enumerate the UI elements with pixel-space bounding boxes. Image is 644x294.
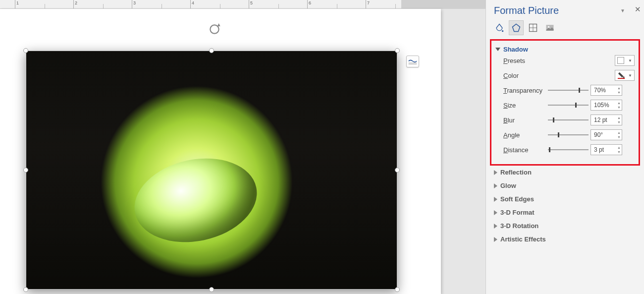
- size-row: Size 105%▲▼: [495, 98, 635, 113]
- angle-slider[interactable]: [548, 131, 589, 139]
- glow-header[interactable]: Glow: [486, 179, 644, 192]
- ruler-mark: 6: [309, 0, 311, 5]
- ruler-mark: 7: [367, 0, 370, 5]
- picture-content: [26, 51, 397, 290]
- color-picker[interactable]: ▼: [615, 70, 635, 81]
- svg-point-9: [548, 26, 549, 28]
- resize-handle[interactable]: [23, 168, 28, 173]
- resize-handle[interactable]: [209, 48, 214, 53]
- soft-edges-header[interactable]: Soft Edges: [486, 192, 644, 206]
- distance-row: Distance 3 pt▲▼: [495, 142, 635, 157]
- blur-row: Blur 12 pt▲▼: [495, 113, 635, 127]
- tab-fill-line[interactable]: [492, 20, 507, 35]
- chevron-right-icon: [494, 170, 497, 175]
- chevron-right-icon: [494, 197, 497, 202]
- resize-handle[interactable]: [395, 287, 400, 292]
- chevron-right-icon: [494, 224, 497, 229]
- angle-row: Angle 90°▲▼: [495, 127, 635, 142]
- chevron-down-icon: [495, 48, 500, 51]
- rotate-handle-icon[interactable]: [208, 23, 221, 38]
- layout-options-button[interactable]: [406, 56, 419, 67]
- color-label: Color: [503, 72, 548, 79]
- svg-point-3: [502, 30, 503, 32]
- resize-handle[interactable]: [23, 48, 28, 53]
- ruler-mark: 3: [133, 0, 136, 5]
- blur-slider[interactable]: [548, 116, 589, 124]
- size-input[interactable]: 105%▲▼: [590, 100, 622, 111]
- close-icon[interactable]: ✕: [635, 5, 641, 14]
- transparency-slider[interactable]: [548, 86, 589, 94]
- tab-picture[interactable]: [542, 20, 557, 35]
- resize-handle[interactable]: [23, 287, 28, 292]
- three-d-rotation-header[interactable]: 3-D Rotation: [486, 219, 644, 233]
- three-d-format-header[interactable]: 3-D Format: [486, 206, 644, 219]
- chevron-right-icon: [494, 210, 497, 215]
- transparency-input[interactable]: 70%▲▼: [590, 85, 622, 96]
- pane-tabs: [486, 19, 644, 39]
- reflection-header[interactable]: Reflection: [486, 166, 644, 179]
- distance-input[interactable]: 3 pt▲▼: [590, 144, 622, 155]
- presets-label: Presets: [503, 57, 548, 64]
- distance-slider[interactable]: [548, 146, 589, 154]
- angle-input[interactable]: 90°▲▼: [590, 129, 622, 140]
- resize-handle[interactable]: [209, 287, 214, 292]
- document-canvas[interactable]: 1 2 3 4 5 6 7: [0, 0, 485, 294]
- shadow-header[interactable]: Shadow: [495, 46, 635, 53]
- presets-picker[interactable]: ▼: [615, 55, 635, 66]
- ruler-mark: 1: [16, 0, 19, 5]
- svg-marker-4: [513, 24, 520, 32]
- tab-layout-size[interactable]: [526, 20, 540, 35]
- transparency-row: Transparency 70%▲▼: [495, 83, 635, 98]
- resize-handle[interactable]: [395, 168, 400, 173]
- page[interactable]: [0, 9, 441, 294]
- shadow-section: Shadow Presets ▼ Color ▼ Transparency 70…: [490, 39, 640, 166]
- svg-rect-10: [618, 78, 625, 79]
- chevron-right-icon: [494, 237, 497, 242]
- ruler-mark: 4: [192, 0, 194, 5]
- format-picture-pane: Format Picture ▼ ✕ Shadow Presets ▼ Colo…: [485, 0, 644, 294]
- pane-menu-icon[interactable]: ▼: [620, 8, 625, 13]
- horizontal-ruler[interactable]: 1 2 3 4 5 6 7: [0, 0, 485, 9]
- resize-handle[interactable]: [395, 48, 400, 53]
- artistic-effects-header[interactable]: Artistic Effects: [486, 233, 644, 246]
- size-slider[interactable]: [548, 101, 589, 109]
- selected-picture[interactable]: [21, 46, 402, 294]
- chevron-right-icon: [494, 183, 497, 188]
- ruler-mark: 5: [250, 0, 253, 5]
- ruler-mark: 2: [75, 0, 77, 5]
- blur-input[interactable]: 12 pt▲▼: [590, 115, 622, 125]
- shadow-title: Shadow: [503, 46, 528, 53]
- tab-effects[interactable]: [509, 20, 524, 35]
